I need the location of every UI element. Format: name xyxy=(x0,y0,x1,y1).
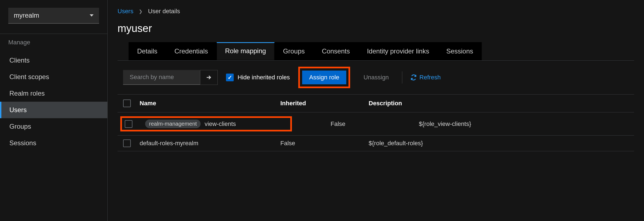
sidebar: myrealm Manage Clients Client scopes Rea… xyxy=(0,0,108,221)
realm-selector[interactable]: myrealm xyxy=(8,8,99,24)
sidebar-item-clients[interactable]: Clients xyxy=(0,52,107,69)
hide-inherited-label: Hide inherited roles xyxy=(238,74,290,81)
search-group xyxy=(123,70,218,85)
table-row: realm-management view-clients False ${ro… xyxy=(118,112,634,136)
search-submit-button[interactable] xyxy=(200,70,218,85)
tab-credentials[interactable]: Credentials xyxy=(166,42,216,60)
chevron-right-icon: ❯ xyxy=(139,9,142,14)
role-inherited: False xyxy=(331,120,419,128)
search-input-container xyxy=(123,70,200,85)
column-header-inherited: Inherited xyxy=(280,100,369,107)
sidebar-item-users[interactable]: Users xyxy=(0,102,107,118)
breadcrumb-current: User details xyxy=(148,8,180,15)
row-checkbox[interactable] xyxy=(123,139,131,147)
refresh-label: Refresh xyxy=(419,74,441,81)
sidebar-item-sessions[interactable]: Sessions xyxy=(0,135,107,151)
toolbar: Hide inherited roles Assign role Unassig… xyxy=(118,60,634,95)
table-row: default-roles-myrealm False ${role_defau… xyxy=(118,136,634,151)
role-name: default-roles-myrealm xyxy=(140,140,198,147)
main-content: Users ❯ User details myuser Details Cred… xyxy=(108,0,644,221)
role-inherited: False xyxy=(280,140,369,147)
tab-role-mapping[interactable]: Role mapping xyxy=(217,42,275,60)
tab-sessions[interactable]: Sessions xyxy=(438,42,481,60)
role-description: ${role_view-clients} xyxy=(419,120,629,128)
row-highlight: realm-management view-clients xyxy=(120,116,292,131)
tab-groups[interactable]: Groups xyxy=(275,42,313,60)
column-header-description: Description xyxy=(369,100,629,107)
table-header: Name Inherited Description xyxy=(118,95,634,112)
hide-inherited-control: Hide inherited roles xyxy=(226,74,290,81)
tab-details[interactable]: Details xyxy=(129,42,166,60)
assign-role-highlight: Assign role xyxy=(298,67,350,88)
sidebar-item-groups[interactable]: Groups xyxy=(0,118,107,135)
refresh-icon xyxy=(411,74,417,80)
realm-selector-container: myrealm xyxy=(0,0,107,34)
role-name: view-clients xyxy=(204,120,236,128)
sidebar-item-client-scopes[interactable]: Client scopes xyxy=(0,69,107,85)
column-header-name: Name xyxy=(137,100,280,107)
role-client-badge: realm-management xyxy=(145,120,201,128)
breadcrumb: Users ❯ User details xyxy=(118,8,634,15)
row-checkbox[interactable] xyxy=(125,120,132,128)
role-description: ${role_default-roles} xyxy=(369,140,629,147)
toolbar-divider xyxy=(402,71,402,83)
realm-selector-label: myrealm xyxy=(14,12,39,19)
tab-identity-provider-links[interactable]: Identity provider links xyxy=(358,42,438,60)
chevron-down-icon xyxy=(90,14,94,17)
arrow-right-icon xyxy=(206,74,212,81)
breadcrumb-users-link[interactable]: Users xyxy=(118,8,133,15)
unassign-button[interactable]: Unassign xyxy=(358,71,394,84)
assign-role-button[interactable]: Assign role xyxy=(302,71,347,84)
sidebar-item-realm-roles[interactable]: Realm roles xyxy=(0,85,107,102)
refresh-button[interactable]: Refresh xyxy=(411,74,441,81)
select-all-checkbox[interactable] xyxy=(123,99,131,107)
hide-inherited-checkbox[interactable] xyxy=(226,74,234,81)
tabs: Details Credentials Role mapping Groups … xyxy=(129,42,634,60)
role-table: Name Inherited Description realm-managem… xyxy=(118,95,634,151)
tab-consents[interactable]: Consents xyxy=(313,42,358,60)
page-title: myuser xyxy=(118,23,634,34)
search-input[interactable] xyxy=(130,74,206,81)
sidebar-section-header: Manage xyxy=(0,34,107,52)
